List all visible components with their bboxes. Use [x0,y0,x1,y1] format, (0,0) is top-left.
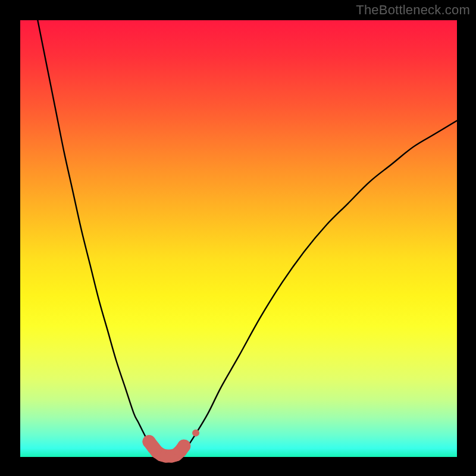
plot-area [20,20,457,457]
chart-frame: TheBottleneck.com [0,0,476,476]
watermark-text: TheBottleneck.com [356,2,470,18]
